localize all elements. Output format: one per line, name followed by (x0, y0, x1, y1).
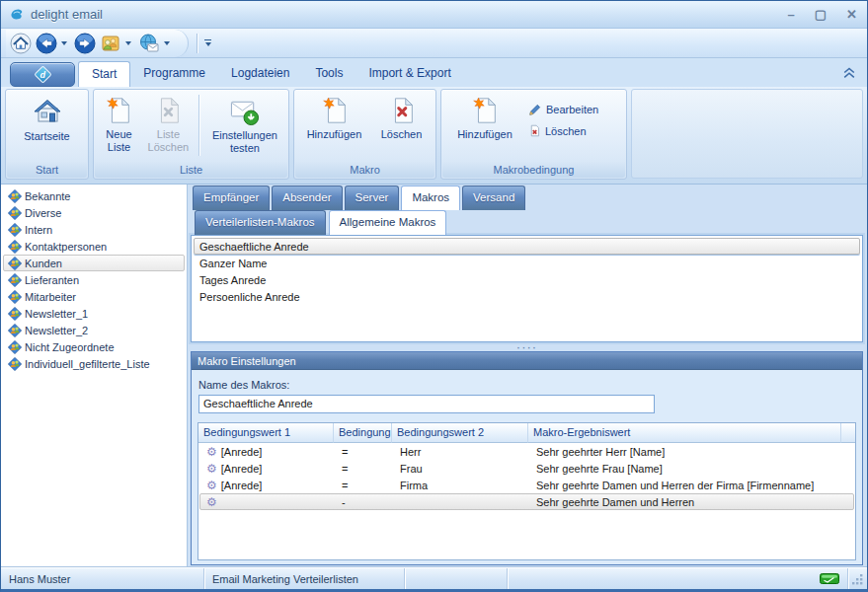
startseite-button[interactable]: Startseite (8, 93, 86, 143)
sidebar-item-bekannte[interactable]: Bekannte (3, 187, 185, 204)
bearbeiten-button[interactable]: Bearbeiten (528, 103, 598, 116)
condition-row[interactable]: ⚙[Anrede] = Firma Sehr geehrte Damen und… (199, 477, 854, 493)
column-header-makro-ergebniswert[interactable]: Makro-Ergebniswert (528, 423, 841, 443)
macro-list-panel: Geschaeftliche Anrede Ganzer Name Tages … (191, 235, 863, 342)
delete-small-icon (528, 124, 541, 137)
gear-icon: ⚙ (206, 463, 217, 475)
condition-row[interactable]: ⚙[Anrede] = Frau Sehr geehrte Frau [Name… (199, 460, 854, 477)
app-logo-icon (9, 7, 25, 23)
condition-row[interactable]: ⚙[Anrede] = Herr Sehr geehrter Herr [Nam… (199, 443, 854, 460)
send-mail-dropdown-arrow[interactable] (164, 41, 170, 45)
status-user: Hans Muster (1, 568, 203, 589)
ribbon-tab-programme[interactable]: Programme (130, 61, 218, 87)
toolbar-options-button[interactable] (202, 37, 213, 48)
distribution-list-icon (8, 324, 22, 337)
makrobedingung-loeschen-button[interactable]: Löschen (528, 124, 598, 137)
sidebar-item-individuell-gefilterte-liste[interactable]: Individuell_gefilterte_Liste (3, 355, 185, 372)
application-menu-button[interactable]: d (10, 62, 75, 87)
tab-versand[interactable]: Versand (462, 185, 525, 210)
column-header-bedingungswert-2[interactable]: Bedingungswert 2 (392, 423, 528, 443)
sidebar-item-label: Newsletter_1 (25, 308, 88, 320)
ribbon-collapse-button[interactable] (843, 65, 855, 83)
ribbon-tab-tools[interactable]: Tools (302, 61, 355, 87)
connection-status-led-icon (820, 573, 839, 584)
subtab-allgemeine-makros[interactable]: Allgemeine Makros (329, 210, 447, 235)
ribbon-tab-import-export[interactable]: Import & Export (355, 61, 463, 87)
minimize-button[interactable]: – (788, 8, 795, 21)
column-header-bedingung[interactable]: Bedingung (334, 423, 392, 443)
sidebar-item-nicht-zugeordnete[interactable]: Nicht Zugeordnete (3, 338, 185, 355)
home-page-icon (32, 96, 63, 127)
table-cell-spacer (839, 478, 853, 492)
macro-settings-panel: Makro Einstellungen Name des Makros: Bed… (191, 351, 863, 565)
startseite-label: Startseite (24, 130, 69, 143)
sidebar-item-label: Diverse (25, 207, 61, 219)
resize-grip[interactable] (850, 572, 864, 586)
macro-subtab-bar: Verteilerlisten-Makros Allgemeine Makros (195, 210, 446, 235)
table-cell-value1: ⚙[Anrede] (200, 478, 336, 492)
forward-icon (74, 33, 96, 54)
subtab-verteilerlisten-makros[interactable]: Verteilerlisten-Makros (195, 210, 326, 235)
conditions-table: Bedingungswert 1 Bedingung Bedingungswer… (197, 422, 856, 560)
einstellungen-testen-button[interactable]: Einstellungen testen (203, 93, 286, 155)
contacts-button[interactable] (99, 32, 122, 55)
home-button[interactable] (9, 32, 33, 55)
sidebar-item-newsletter-1[interactable]: Newsletter_1 (3, 305, 185, 322)
table-cell-result: Sehr geehrter Herr [Name] (530, 444, 839, 459)
status-bar: Hans Muster Email Marketing Verteilerlis… (1, 567, 867, 589)
back-dropdown-arrow[interactable] (61, 41, 67, 45)
liste-loeschen-button[interactable]: Liste Löschen (142, 93, 195, 154)
toolbar-capsule (6, 30, 189, 57)
distribution-list-icon (8, 257, 22, 270)
sidebar-item-kunden[interactable]: Kunden (3, 255, 185, 271)
distribution-list-icon (8, 307, 22, 321)
macro-name-input[interactable] (198, 395, 655, 413)
maximize-button[interactable]: ▢ (815, 8, 827, 21)
macro-list-item[interactable]: Persoenliche Anrede (194, 288, 860, 305)
contacts-dropdown-arrow[interactable] (125, 41, 131, 45)
status-module: Email Marketing Verteilerlisten (204, 568, 404, 589)
column-header-bedingungswert-1[interactable]: Bedingungswert 1 (198, 423, 334, 443)
edit-pencil-icon (528, 103, 542, 116)
table-cell-value2: Frau (394, 461, 530, 476)
distribution-list-icon (8, 357, 22, 371)
ribbon: Startseite Start Neue Liste Liste Lös (1, 87, 867, 185)
sidebar-item-mitarbeiter[interactable]: Mitarbeiter (3, 288, 185, 305)
status-separator (847, 568, 848, 589)
makrobedingung-hinzufuegen-button[interactable]: Hinzufügen (447, 93, 522, 141)
makro-loeschen-button[interactable]: Löschen (373, 93, 431, 141)
column-header-spacer (841, 423, 855, 443)
makro-hinzufuegen-button[interactable]: Hinzufügen (300, 93, 369, 141)
sidebar-item-label: Mitarbeiter (25, 291, 76, 303)
sidebar-item-lieferanten[interactable]: Lieferanten (3, 271, 185, 288)
sidebar-item-label: Nicht Zugeordnete (25, 341, 115, 353)
distribution-list-icon (8, 206, 22, 220)
test-settings-mail-icon (229, 96, 260, 126)
tab-makros[interactable]: Makros (401, 185, 460, 210)
forward-button[interactable] (73, 32, 97, 55)
horizontal-splitter[interactable] (191, 344, 863, 351)
sidebar-item-kontaktpersonen[interactable]: Kontaktpersonen (3, 238, 185, 255)
neue-liste-button[interactable]: Neue Liste (96, 93, 142, 154)
tab-empfaenger[interactable]: Empfänger (193, 185, 270, 210)
toolbar-options-icon (204, 39, 211, 40)
send-mail-button[interactable] (137, 32, 161, 55)
table-cell-result: Sehr geehrte Damen und Herren (530, 494, 839, 509)
sidebar-item-diverse[interactable]: Diverse (3, 204, 185, 221)
tab-server[interactable]: Server (345, 185, 400, 210)
sidebar-item-newsletter-2[interactable]: Newsletter_2 (3, 322, 185, 338)
gear-icon: ⚙ (206, 480, 217, 491)
table-cell-value1: ⚙[Anrede] (200, 444, 336, 459)
macro-list-item[interactable]: Ganzer Name (194, 255, 860, 271)
ribbon-tab-logdateien[interactable]: Logdateien (218, 61, 302, 87)
condition-row[interactable]: ⚙ - Sehr geehrte Damen und Herren (199, 493, 854, 510)
macro-list-item[interactable]: Tages Anrede (194, 271, 860, 288)
tab-absender[interactable]: Absender (272, 185, 342, 210)
sidebar-item-intern[interactable]: Intern (3, 221, 185, 238)
back-button[interactable] (35, 32, 58, 55)
gear-icon: ⚙ (206, 496, 217, 508)
ribbon-tab-start[interactable]: Start (78, 61, 130, 87)
macro-list-item[interactable]: Geschaeftliche Anrede (194, 238, 860, 255)
group-label-makrobedingung: Makrobedingung (442, 162, 625, 178)
close-button[interactable]: ✕ (846, 8, 857, 21)
